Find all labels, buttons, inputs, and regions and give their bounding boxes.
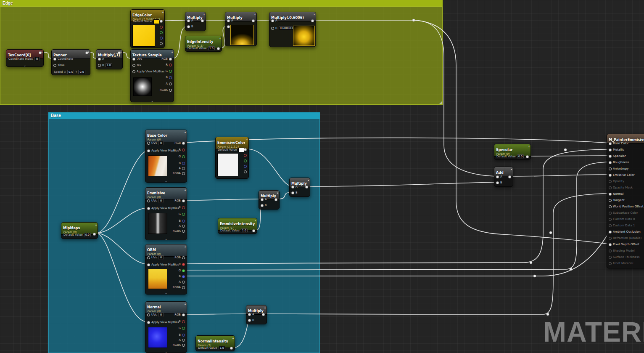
- output-pin-rgb[interactable]: [182, 256, 185, 259]
- output-pin-out[interactable]: [160, 31, 163, 34]
- output-pin-out[interactable]: [244, 165, 247, 168]
- output-pin-out[interactable]: [244, 159, 247, 162]
- node-panner[interactable]: Panner▴CoordinateTimeSpeedX0.5Y0.0: [51, 49, 90, 75]
- input-pin-b[interactable]: [98, 64, 101, 67]
- output-pin-a[interactable]: [169, 82, 172, 85]
- output-pin-r[interactable]: [182, 263, 185, 266]
- value-input[interactable]: 0.0: [517, 154, 524, 159]
- input-pin-uvs[interactable]: [132, 58, 135, 61]
- value-input[interactable]: 0: [34, 57, 40, 61]
- value-input[interactable]: 0: [158, 255, 164, 260]
- material-input-pin-emissive-color[interactable]: [609, 174, 612, 177]
- input-pin-apply-view-mipbias[interactable]: [147, 207, 150, 210]
- material-input-pin-specular[interactable]: [609, 155, 612, 158]
- collapse-arrow-icon[interactable]: ▴: [185, 245, 186, 248]
- output-pin-out[interactable]: [93, 233, 96, 236]
- input-pin-a[interactable]: [227, 19, 230, 22]
- node-add[interactable]: Add▴AB: [494, 167, 513, 187]
- node-multiply-edge-b[interactable]: Multiply▴AB: [225, 12, 257, 46]
- output-pin-out[interactable]: [244, 154, 247, 157]
- output-pin-g[interactable]: [169, 70, 172, 73]
- output-pin-out[interactable]: [252, 19, 255, 22]
- input-pin-b[interactable]: [291, 191, 294, 194]
- collapse-arrow-icon[interactable]: ▴: [162, 10, 164, 13]
- node-multiply-1[interactable]: Multiply(,1)▴AB1.0: [96, 49, 123, 69]
- collapse-arrow-icon[interactable]: ▴: [185, 130, 186, 133]
- output-pin-g[interactable]: [182, 269, 185, 272]
- collapse-arrow-icon[interactable]: ▴: [254, 13, 256, 16]
- collapse-arrow-icon[interactable]: ▴: [308, 178, 309, 181]
- collapse-chevron-icon[interactable]: ⌄: [165, 237, 168, 241]
- input-pin-a[interactable]: [98, 58, 101, 61]
- output-pin-out[interactable]: [118, 51, 121, 54]
- output-pin-out[interactable]: [305, 186, 308, 188]
- material-input-pin-shading-model[interactable]: [609, 249, 612, 252]
- node-emmisive-tex[interactable]: Emmisive▴Param (0)UVs0Apply View MipBias…: [145, 187, 187, 240]
- node-header[interactable]: Base Color▴Param (0): [145, 130, 187, 142]
- node-multiply-edge-a[interactable]: Multiply▴AB: [185, 12, 206, 31]
- collapse-arrow-icon[interactable]: ▴: [255, 219, 256, 222]
- output-pin-r[interactable]: [182, 149, 185, 151]
- output-pin-out[interactable]: [39, 51, 42, 54]
- node-emmisiveintensity[interactable]: EmmisiveIntensity▴Param (1)Default Value…: [218, 218, 257, 234]
- collapse-arrow-icon[interactable]: ▴: [95, 223, 97, 226]
- node-edgecolor[interactable]: EdgeColor▴Param (1,0.607,1,1)Default Val…: [130, 9, 165, 48]
- output-pin-out[interactable]: [201, 19, 204, 22]
- material-input-pin-anisotropy[interactable]: [609, 167, 612, 170]
- output-pin-r[interactable]: [182, 206, 185, 209]
- output-pin-rgba[interactable]: [182, 172, 185, 175]
- output-pin-g[interactable]: [182, 327, 185, 330]
- node-multiply-edge-c[interactable]: Multiply(,0.6006)▴AB0.600603: [269, 12, 316, 47]
- input-pin-a[interactable]: [261, 198, 264, 201]
- value-input[interactable]: 1.0: [219, 346, 225, 350]
- material-input-pin-custom-data-0[interactable]: [609, 218, 612, 221]
- input-pin-a[interactable]: [496, 175, 499, 178]
- material-input-pin-normal[interactable]: [609, 193, 612, 196]
- input-pin-b[interactable]: [248, 319, 251, 322]
- collapse-arrow-icon[interactable]: ▴: [185, 188, 186, 191]
- material-input-pin-roughness[interactable]: [609, 161, 612, 164]
- output-pin-b[interactable]: [169, 76, 172, 79]
- value-input[interactable]: 0.600603: [279, 26, 294, 30]
- node-header[interactable]: ORM▴Param (0): [145, 244, 187, 257]
- material-input-pin-tangent[interactable]: [609, 199, 612, 202]
- material-input-pin-opacity-mask[interactable]: [609, 186, 612, 189]
- collapse-arrow-icon[interactable]: ▴: [314, 13, 315, 16]
- material-input-pin-base-color[interactable]: [609, 142, 612, 145]
- input-pin-b[interactable]: [187, 25, 190, 28]
- node-basecolor-tex[interactable]: Base Color▴Param (0)UVs0Apply View MipBi…: [145, 130, 187, 183]
- value-input[interactable]: 0: [158, 313, 164, 317]
- output-pin-r[interactable]: [169, 64, 172, 66]
- material-input-pin-metallic[interactable]: [609, 149, 612, 151]
- output-pin-out[interactable]: [244, 170, 247, 173]
- input-pin-apply-view-mipbias[interactable]: [132, 70, 135, 73]
- value-input[interactable]: 0.0: [78, 70, 85, 74]
- output-pin-a[interactable]: [182, 167, 185, 170]
- node-texture-sample[interactable]: Texture Sample▴UVsTexApply View MipBiasR…: [130, 49, 174, 102]
- input-pin-a[interactable]: [291, 186, 294, 188]
- output-pin-out[interactable]: [252, 229, 255, 232]
- node-normal-tex[interactable]: Normal▴Param (0)UVs0Apply View MipBiasRG…: [145, 301, 187, 353]
- node-material-result[interactable]: M_PainterEmmisivePannerBase ColorMetalli…: [607, 134, 644, 268]
- output-pin-out[interactable]: [244, 148, 247, 151]
- output-pin-out[interactable]: [274, 198, 277, 201]
- value-input[interactable]: 0.0: [84, 233, 91, 237]
- input-pin-apply-view-mipbias[interactable]: [147, 263, 150, 266]
- node-specular[interactable]: Specular▴Param (0)Default Value0.0: [494, 144, 531, 160]
- collapse-arrow-icon[interactable]: ▴: [232, 336, 234, 339]
- output-pin-out[interactable]: [160, 20, 163, 23]
- node-orm-tex[interactable]: ORM▴Param (0)UVs0Apply View MipBiasRGBRG…: [145, 244, 187, 295]
- output-pin-a[interactable]: [182, 225, 185, 228]
- value-input[interactable]: 0: [158, 141, 164, 145]
- input-pin-b[interactable]: [496, 181, 499, 184]
- input-pin-b[interactable]: [261, 204, 264, 207]
- output-pin-b[interactable]: [182, 334, 185, 337]
- input-pin-a[interactable]: [187, 19, 190, 22]
- node-header[interactable]: Normal▴Param (0): [145, 302, 187, 314]
- material-input-pin-subsurface-color[interactable]: [609, 212, 612, 215]
- output-pin-out[interactable]: [160, 26, 163, 29]
- input-pin-apply-view-mipbias[interactable]: [147, 321, 150, 324]
- material-graph-canvas[interactable]: Edge◢Base MATERIAL TexCoord[0]▴Coordinat…: [0, 0, 644, 353]
- output-pin-out[interactable]: [160, 37, 163, 40]
- output-pin-rgb[interactable]: [182, 199, 185, 202]
